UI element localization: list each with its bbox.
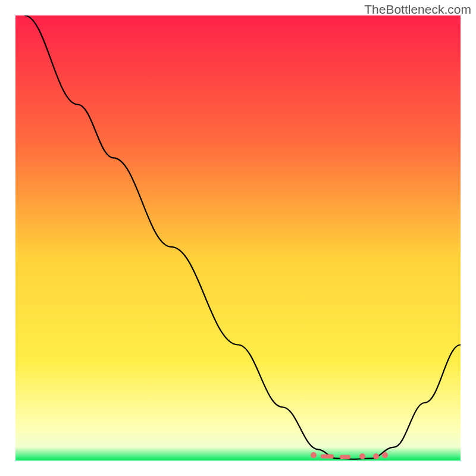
watermark-text: TheBottleneck.com xyxy=(364,2,471,17)
bottleneck-marker xyxy=(359,453,365,459)
bottleneck-marker xyxy=(321,454,334,458)
chart-plot-area xyxy=(15,15,461,461)
bottleneck-marker xyxy=(373,453,379,459)
bottleneck-marker xyxy=(382,452,388,458)
bottleneck-marker xyxy=(311,452,317,458)
bottleneck-marker xyxy=(340,455,350,459)
bottleneck-markers xyxy=(15,15,461,461)
